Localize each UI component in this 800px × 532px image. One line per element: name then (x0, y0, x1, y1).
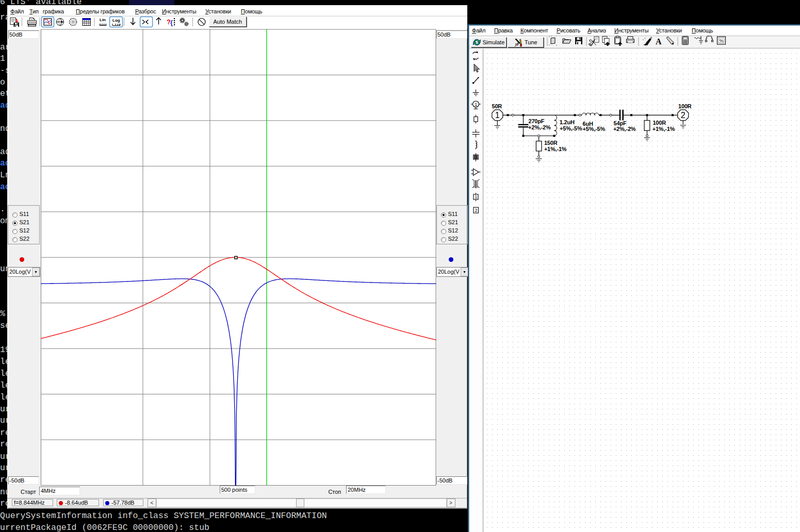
svg-text:1: 1 (475, 102, 477, 107)
svg-text:2: 2 (475, 208, 477, 213)
svg-text:{: { (170, 19, 173, 26)
svg-text:Log: Log (112, 18, 120, 23)
svg-text:1: 1 (475, 194, 477, 200)
svg-text:Lin: Lin (100, 18, 106, 22)
svg-text:2: 2 (681, 111, 685, 120)
svg-text:%: % (720, 38, 724, 43)
svg-text:1: 1 (495, 111, 500, 120)
svg-text:A: A (656, 37, 662, 46)
